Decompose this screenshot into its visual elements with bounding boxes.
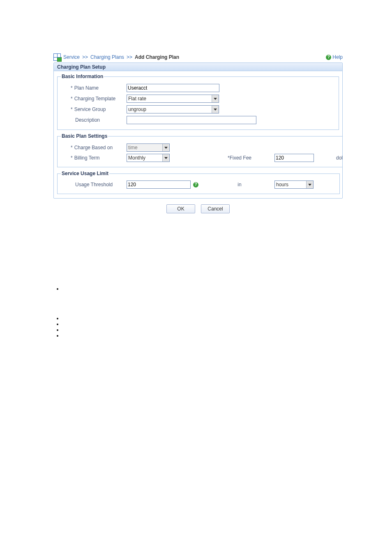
list-item: [63, 326, 343, 332]
basic-plan-settings-legend: Basic Plan Settings: [61, 133, 108, 139]
list-item: [63, 332, 343, 338]
basic-information-legend: Basic Information: [61, 74, 104, 79]
chevron-down-icon: [212, 106, 219, 113]
charging-template-value: Flat rate: [128, 96, 146, 102]
cancel-button[interactable]: Cancel: [201, 204, 230, 213]
charge-based-on-select[interactable]: time: [127, 143, 170, 152]
bullet-list: [55, 285, 343, 338]
breadcrumb-service[interactable]: Service: [63, 54, 80, 60]
service-group-label: *Service Group: [61, 106, 127, 112]
description-input[interactable]: [127, 116, 256, 124]
chevron-down-icon: [306, 181, 313, 188]
plan-name-input[interactable]: [127, 84, 219, 92]
breadcrumb-current: Add Charging Plan: [135, 54, 179, 60]
service-usage-limit-group: Service Usage Limit Usage Threshold ? in…: [57, 171, 340, 194]
usage-unit-select[interactable]: hours: [274, 180, 314, 189]
help-icon[interactable]: ?: [193, 182, 198, 187]
charging-template-select[interactable]: Flat rate: [127, 95, 219, 103]
charging-plan-panel: Charging Plan Setup Basic Information *P…: [53, 62, 343, 199]
help-link[interactable]: ? Help: [326, 54, 343, 60]
breadcrumb: Service >> Charging Plans >> Add Chargin…: [53, 53, 179, 61]
chevron-down-icon: [162, 154, 169, 162]
basic-information-group: Basic Information *Plan Name *Charging T…: [57, 74, 339, 130]
usage-unit-value: hours: [276, 182, 288, 187]
help-label: Help: [332, 54, 343, 60]
chevron-down-icon: [212, 95, 219, 102]
description-label: Description: [61, 117, 127, 123]
service-group-value: ungroup: [128, 106, 146, 112]
service-group-select[interactable]: ungroup: [127, 105, 219, 113]
grid-plus-icon: [53, 53, 61, 61]
help-icon: ?: [326, 55, 331, 60]
top-row: Service >> Charging Plans >> Add Chargin…: [53, 53, 343, 61]
service-usage-limit-legend: Service Usage Limit: [61, 171, 109, 176]
billing-term-label: *Billing Term: [61, 155, 127, 161]
breadcrumb-sep-1: >>: [82, 54, 88, 60]
charge-based-on-label: *Charge Based on: [61, 145, 127, 150]
ok-button[interactable]: OK: [166, 204, 195, 213]
list-item: [63, 321, 343, 326]
usage-threshold-input[interactable]: [127, 180, 191, 189]
billing-term-select[interactable]: Monthly: [127, 154, 170, 162]
basic-plan-settings-group: Basic Plan Settings *Charge Based on tim…: [57, 133, 343, 167]
chevron-down-icon: [162, 144, 169, 151]
panel-title: Charging Plan Setup: [54, 63, 342, 71]
fixed-fee-label: *Fixed Fee: [205, 155, 274, 161]
fixed-fee-unit: dollar: [336, 155, 343, 161]
breadcrumb-sep-2: >>: [127, 54, 132, 60]
charge-based-on-value: time: [128, 145, 138, 150]
button-bar: OK Cancel: [53, 204, 343, 213]
list-item: [63, 315, 343, 321]
breadcrumb-charging-plans[interactable]: Charging Plans: [90, 54, 124, 60]
usage-threshold-label: Usage Threshold: [61, 182, 127, 187]
usage-in-label: in: [205, 182, 274, 187]
charging-template-label: *Charging Template: [61, 96, 127, 102]
fixed-fee-input[interactable]: [274, 154, 314, 162]
plan-name-label: *Plan Name: [61, 85, 127, 91]
billing-term-value: Monthly: [128, 155, 145, 161]
list-item: [63, 285, 343, 291]
